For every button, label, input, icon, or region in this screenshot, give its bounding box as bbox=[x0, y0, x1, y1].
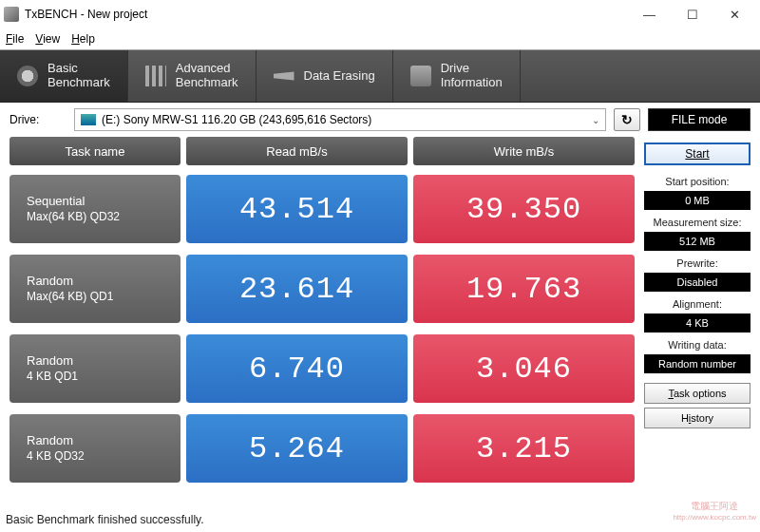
disk-icon bbox=[81, 114, 96, 125]
menu-file[interactable]: File bbox=[6, 32, 24, 46]
table-row: Random4 KB QD325.2643.215 bbox=[10, 414, 635, 483]
refresh-icon: ↻ bbox=[621, 112, 633, 127]
drive-icon bbox=[410, 66, 431, 86]
tab-drive-information[interactable]: DriveInformation bbox=[393, 50, 521, 102]
window-title: TxBENCH - New project bbox=[25, 8, 628, 21]
write-value: 39.350 bbox=[413, 175, 635, 243]
write-value: 19.763 bbox=[413, 255, 635, 323]
titlebar: TxBENCH - New project — ☐ ✕ bbox=[0, 0, 760, 28]
drive-label: Drive: bbox=[10, 113, 66, 126]
tab-basic-benchmark[interactable]: BasicBenchmark bbox=[0, 50, 128, 102]
filemode-button[interactable]: FILE mode bbox=[648, 108, 750, 131]
menu-view[interactable]: View bbox=[35, 32, 60, 46]
read-value: 23.614 bbox=[186, 255, 408, 323]
write-value: 3.215 bbox=[413, 414, 635, 483]
drive-selected-text: (E:) Sony MRW-S1 116.20 GB (243,695,616 … bbox=[102, 113, 371, 126]
startpos-value[interactable]: 0 MB bbox=[644, 191, 750, 210]
task-name-cell: RandomMax(64 KB) QD1 bbox=[10, 255, 180, 323]
menubar: File View Help bbox=[0, 28, 760, 49]
align-value[interactable]: 4 KB bbox=[644, 314, 750, 332]
align-label: Alignment: bbox=[644, 298, 750, 310]
chevron-down-icon: ⌄ bbox=[592, 115, 599, 125]
prewrite-label: Prewrite: bbox=[644, 257, 750, 269]
side-panel: Start Start position: 0 MB Measurement s… bbox=[644, 137, 750, 494]
col-write: Write mB/s bbox=[413, 137, 635, 165]
results-table: Task name Read mB/s Write mB/s Sequentia… bbox=[10, 137, 635, 494]
meassize-label: Measurement size: bbox=[644, 217, 750, 228]
table-row: SequentialMax(64 KB) QD3243.51439.350 bbox=[10, 175, 635, 243]
write-value: 3.046 bbox=[413, 334, 635, 403]
meassize-value[interactable]: 512 MB bbox=[644, 232, 750, 251]
task-name-cell: Random4 KB QD1 bbox=[10, 334, 180, 403]
wdata-label: Writing data: bbox=[644, 339, 750, 351]
table-row: Random4 KB QD16.7403.046 bbox=[10, 334, 635, 403]
statusbar: Basic Benchmark finished successfully. bbox=[6, 513, 204, 526]
wdata-value[interactable]: Random number bbox=[644, 354, 750, 373]
task-options-button[interactable]: Task options bbox=[644, 383, 750, 404]
menu-help[interactable]: Help bbox=[71, 32, 95, 46]
watermark: 電腦王阿達http://www.kocpc.com.tw bbox=[673, 501, 756, 522]
startpos-label: Start position: bbox=[644, 176, 750, 187]
erase-icon bbox=[274, 66, 294, 86]
tab-advanced-benchmark[interactable]: AdvancedBenchmark bbox=[128, 50, 256, 102]
drive-select[interactable]: (E:) Sony MRW-S1 116.20 GB (243,695,616 … bbox=[74, 108, 606, 131]
start-button[interactable]: Start bbox=[644, 142, 750, 165]
bars-icon bbox=[145, 66, 166, 86]
gauge-icon bbox=[17, 66, 38, 86]
toolbar: BasicBenchmark AdvancedBenchmark Data Er… bbox=[0, 49, 760, 103]
read-value: 43.514 bbox=[186, 175, 408, 243]
refresh-button[interactable]: ↻ bbox=[614, 108, 640, 131]
read-value: 6.740 bbox=[186, 334, 408, 403]
drive-row: Drive: (E:) Sony MRW-S1 116.20 GB (243,6… bbox=[0, 103, 760, 137]
minimize-button[interactable]: — bbox=[628, 1, 671, 28]
task-name-cell: Random4 KB QD32 bbox=[10, 414, 180, 483]
tab-data-erasing[interactable]: Data Erasing bbox=[256, 50, 393, 102]
prewrite-value[interactable]: Disabled bbox=[644, 273, 750, 292]
col-task: Task name bbox=[10, 137, 180, 165]
close-button[interactable]: ✕ bbox=[713, 1, 756, 28]
maximize-button[interactable]: ☐ bbox=[671, 1, 713, 28]
app-icon bbox=[4, 7, 19, 22]
table-row: RandomMax(64 KB) QD123.61419.763 bbox=[10, 255, 635, 323]
read-value: 5.264 bbox=[186, 414, 408, 483]
col-read: Read mB/s bbox=[186, 137, 408, 165]
history-button[interactable]: History bbox=[644, 408, 750, 428]
task-name-cell: SequentialMax(64 KB) QD32 bbox=[10, 175, 180, 243]
